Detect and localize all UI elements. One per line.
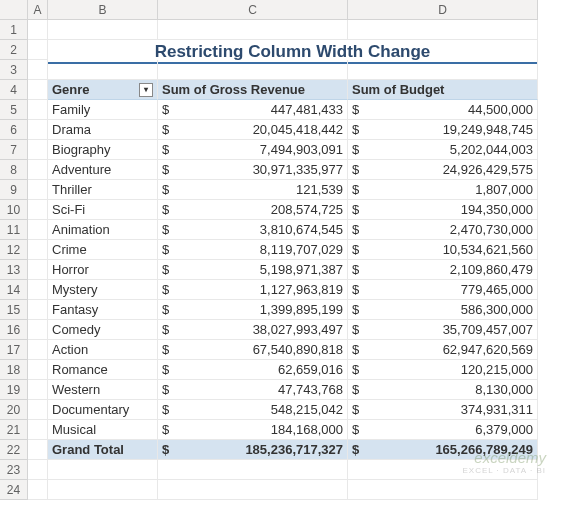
gross-cell[interactable]: $3,810,674,545 [158, 220, 348, 240]
genre-cell[interactable]: Sci-Fi [48, 200, 158, 220]
gross-cell[interactable]: $548,215,042 [158, 400, 348, 420]
row-header-16[interactable]: 16 [0, 320, 28, 340]
cell[interactable] [28, 40, 48, 60]
budget-cell[interactable]: $8,130,000 [348, 380, 538, 400]
cell[interactable] [28, 200, 48, 220]
row-header-11[interactable]: 11 [0, 220, 28, 240]
gross-cell[interactable]: $5,198,971,387 [158, 260, 348, 280]
gross-cell[interactable]: $30,971,335,977 [158, 160, 348, 180]
gross-cell[interactable]: $7,494,903,091 [158, 140, 348, 160]
row-header-13[interactable]: 13 [0, 260, 28, 280]
row-header-14[interactable]: 14 [0, 280, 28, 300]
cell[interactable] [48, 480, 158, 500]
row-header-4[interactable]: 4 [0, 80, 28, 100]
gross-cell[interactable]: $208,574,725 [158, 200, 348, 220]
row-header-15[interactable]: 15 [0, 300, 28, 320]
cell[interactable] [28, 140, 48, 160]
gross-cell[interactable]: $447,481,433 [158, 100, 348, 120]
cell[interactable] [28, 460, 48, 480]
filter-icon[interactable]: ▾ [139, 83, 153, 97]
gross-cell[interactable]: $184,168,000 [158, 420, 348, 440]
cell[interactable] [28, 320, 48, 340]
col-header-D[interactable]: D [348, 0, 538, 20]
budget-cell[interactable]: $10,534,621,560 [348, 240, 538, 260]
col-header-A[interactable]: A [28, 0, 48, 20]
row-header-22[interactable]: 22 [0, 440, 28, 460]
row-header-23[interactable]: 23 [0, 460, 28, 480]
row-header-1[interactable]: 1 [0, 20, 28, 40]
col-header-B[interactable]: B [48, 0, 158, 20]
cell[interactable] [348, 480, 538, 500]
genre-cell[interactable]: Crime [48, 240, 158, 260]
cell[interactable] [28, 160, 48, 180]
cell[interactable] [28, 480, 48, 500]
cell[interactable] [28, 300, 48, 320]
cell[interactable] [158, 60, 348, 80]
budget-cell[interactable]: $1,807,000 [348, 180, 538, 200]
cell[interactable] [28, 20, 48, 40]
gross-cell[interactable]: $8,119,707,029 [158, 240, 348, 260]
row-header-18[interactable]: 18 [0, 360, 28, 380]
cell[interactable] [28, 60, 48, 80]
genre-cell[interactable]: Romance [48, 360, 158, 380]
genre-cell[interactable]: Biography [48, 140, 158, 160]
pivot-header-budget[interactable]: Sum of Budget [348, 80, 538, 100]
gross-cell[interactable]: $47,743,768 [158, 380, 348, 400]
genre-cell[interactable]: Family [48, 100, 158, 120]
cell[interactable] [158, 460, 348, 480]
row-header-7[interactable]: 7 [0, 140, 28, 160]
row-header-2[interactable]: 2 [0, 40, 28, 60]
row-header-24[interactable]: 24 [0, 480, 28, 500]
row-header-5[interactable]: 5 [0, 100, 28, 120]
cell[interactable] [28, 380, 48, 400]
cell[interactable] [48, 20, 158, 40]
budget-cell[interactable]: $19,249,948,745 [348, 120, 538, 140]
budget-cell[interactable]: $35,709,457,007 [348, 320, 538, 340]
pivot-header-gross[interactable]: Sum of Gross Revenue [158, 80, 348, 100]
row-header-9[interactable]: 9 [0, 180, 28, 200]
genre-cell[interactable]: Thriller [48, 180, 158, 200]
genre-cell[interactable]: Comedy [48, 320, 158, 340]
gross-cell[interactable]: $1,399,895,199 [158, 300, 348, 320]
grand-total-gross[interactable]: $185,236,717,327 [158, 440, 348, 460]
row-header-21[interactable]: 21 [0, 420, 28, 440]
cell[interactable] [28, 220, 48, 240]
col-header-C[interactable]: C [158, 0, 348, 20]
genre-cell[interactable]: Documentary [48, 400, 158, 420]
row-header-10[interactable]: 10 [0, 200, 28, 220]
budget-cell[interactable]: $779,465,000 [348, 280, 538, 300]
gross-cell[interactable]: $62,659,016 [158, 360, 348, 380]
gross-cell[interactable]: $38,027,993,497 [158, 320, 348, 340]
genre-cell[interactable]: Western [48, 380, 158, 400]
budget-cell[interactable]: $5,202,044,003 [348, 140, 538, 160]
cell[interactable] [28, 420, 48, 440]
genre-cell[interactable]: Horror [48, 260, 158, 280]
cell[interactable] [28, 440, 48, 460]
cell[interactable] [158, 20, 348, 40]
cell[interactable] [28, 80, 48, 100]
budget-cell[interactable]: $2,109,860,479 [348, 260, 538, 280]
row-header-8[interactable]: 8 [0, 160, 28, 180]
budget-cell[interactable]: $62,947,620,569 [348, 340, 538, 360]
genre-cell[interactable]: Animation [48, 220, 158, 240]
genre-cell[interactable]: Drama [48, 120, 158, 140]
cell[interactable] [28, 260, 48, 280]
cell[interactable] [28, 100, 48, 120]
cell[interactable] [158, 480, 348, 500]
budget-cell[interactable]: $120,215,000 [348, 360, 538, 380]
genre-cell[interactable]: Mystery [48, 280, 158, 300]
gross-cell[interactable]: $121,539 [158, 180, 348, 200]
budget-cell[interactable]: $586,300,000 [348, 300, 538, 320]
row-header-20[interactable]: 20 [0, 400, 28, 420]
budget-cell[interactable]: $2,470,730,000 [348, 220, 538, 240]
cell[interactable] [28, 240, 48, 260]
row-header-17[interactable]: 17 [0, 340, 28, 360]
cell[interactable] [28, 180, 48, 200]
gross-cell[interactable]: $20,045,418,442 [158, 120, 348, 140]
row-header-3[interactable]: 3 [0, 60, 28, 80]
cell[interactable] [28, 400, 48, 420]
cell[interactable] [348, 60, 538, 80]
genre-cell[interactable]: Action [48, 340, 158, 360]
gross-cell[interactable]: $1,127,963,819 [158, 280, 348, 300]
budget-cell[interactable]: $374,931,311 [348, 400, 538, 420]
